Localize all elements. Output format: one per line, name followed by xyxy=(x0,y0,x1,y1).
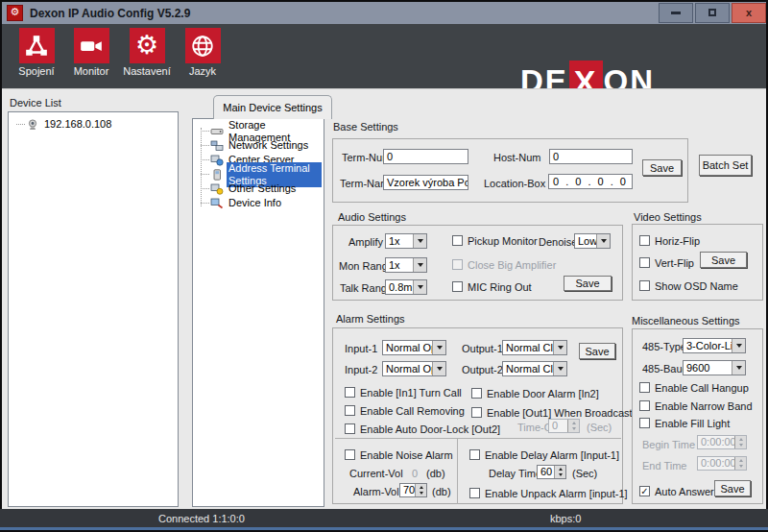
toolbar-button-nastaveni[interactable]: ⚙ Nastavení xyxy=(117,28,177,77)
output1-dropdown[interactable]: Normal Close xyxy=(502,340,567,355)
end-time-label: End Time xyxy=(642,460,686,472)
chevron-down-icon xyxy=(553,341,566,354)
amplify-dropdown[interactable]: 1x xyxy=(385,233,427,249)
delay-time-unit: (Sec) xyxy=(572,468,597,479)
term-num-field[interactable]: 0 xyxy=(383,149,468,164)
enable-out1-broadcast-checkbox[interactable]: Enable [Out1] When Broadcast xyxy=(471,406,633,419)
device-ip-label: 192.168.0.108 xyxy=(42,118,113,131)
window-title: Dexon IP Audio Config V5.2.9 xyxy=(30,7,190,20)
enable-fill-light-checkbox[interactable]: Enable Fill Light xyxy=(639,417,730,429)
enable-call-hangup-checkbox[interactable]: Enable Call Hangup xyxy=(639,381,749,394)
auto-answer-checkbox[interactable]: ✓ Auto Answer xyxy=(639,485,714,497)
checkbox-box xyxy=(469,488,480,498)
device-info-icon xyxy=(210,198,224,209)
toolbar-button-monitor[interactable]: Monitor xyxy=(61,28,121,77)
horiz-flip-checkbox[interactable]: Horiz-Flip xyxy=(639,234,700,247)
alarm-vol-label: Alarm-Vol xyxy=(353,486,399,497)
485-baud-dropdown[interactable]: 9600 xyxy=(683,360,746,375)
spinner-arrows-icon[interactable] xyxy=(415,484,426,496)
input2-dropdown[interactable]: Normal Open xyxy=(382,361,446,376)
enable-narrow-band-checkbox[interactable]: Enable Narrow Band xyxy=(639,399,753,412)
enable-noise-alarm-checkbox[interactable]: Enable Noise Alarm xyxy=(345,448,453,461)
checkbox-box xyxy=(639,257,650,268)
maximize-button[interactable] xyxy=(695,3,730,23)
tree-item-other-settings[interactable]: Other Settings xyxy=(198,181,322,196)
batch-set-button[interactable]: Batch Set xyxy=(699,155,752,176)
spinner-arrows-icon xyxy=(734,457,746,470)
enable-door-alarm-checkbox[interactable]: Enable Door Alarm [In2] xyxy=(471,387,599,399)
settings-tree: Storage Management Network Settings Cent… xyxy=(198,124,322,210)
connection-status: Connected 1:1:0:0 xyxy=(158,513,245,524)
amplify-label: Amplify xyxy=(348,236,383,248)
host-num-field[interactable]: 0 xyxy=(549,149,633,164)
enable-in1-turn-call-checkbox[interactable]: Enable [In1] Turn Call xyxy=(345,386,462,399)
alarm-vol-unit: (db) xyxy=(432,486,451,497)
app-icon: ⚙ xyxy=(7,5,23,21)
show-osd-name-checkbox[interactable]: Show OSD Name xyxy=(639,279,738,292)
title-bar: ⚙ Dexon IP Audio Config V5.2.9 x xyxy=(2,2,766,24)
kbps-status: kbps:0 xyxy=(550,513,581,524)
host-num-label: Host-Num xyxy=(493,152,541,163)
spinner-arrows-icon[interactable] xyxy=(554,466,565,478)
window-bottom-edge xyxy=(0,527,768,530)
toolbar-button-spojeni[interactable]: Spojení xyxy=(7,28,66,77)
spinner-arrows-icon xyxy=(734,436,746,448)
webcam-icon xyxy=(26,119,39,131)
checkbox-box xyxy=(345,405,355,416)
pickup-monitor-checkbox[interactable]: Pickup Monitor xyxy=(452,234,538,247)
enable-call-removing-checkbox[interactable]: Enable Call Removing xyxy=(345,404,465,417)
app-window: ⚙ Dexon IP Audio Config V5.2.9 x Spojení… xyxy=(0,0,768,532)
denoise-label: Denoise xyxy=(539,236,577,248)
denoise-dropdown[interactable]: Low xyxy=(574,233,611,249)
485-type-dropdown[interactable]: 3-Color-Light xyxy=(683,338,746,353)
camera-icon xyxy=(74,28,109,63)
tab-main-device-settings[interactable]: Main Device Settings xyxy=(213,95,332,119)
alarm-settings-title: Alarm Settings xyxy=(336,313,405,325)
video-settings-group: Horiz-Flip Vert-Flip Save Show OSD Name xyxy=(632,224,763,301)
misc-settings-title: Miscellaneous Settings xyxy=(632,315,740,326)
delay-time-spinner[interactable]: 60 xyxy=(537,465,566,479)
video-save-button[interactable]: Save xyxy=(700,252,747,268)
close-button[interactable]: x xyxy=(732,3,766,23)
mon-range-dropdown[interactable]: 1x xyxy=(385,257,427,273)
485-type-label: 485-Type xyxy=(642,341,686,352)
location-box-ip-field[interactable]: 0 . 0 . 0 . 0 xyxy=(548,174,633,189)
base-save-button[interactable]: Save xyxy=(642,159,682,176)
current-vol-unit: (db) xyxy=(426,468,445,479)
mic-ring-out-checkbox[interactable]: MIC Ring Out xyxy=(452,280,532,293)
minimize-button[interactable] xyxy=(659,3,693,23)
enable-unpack-alarm-checkbox[interactable]: Enable Unpack Alarm [input-1] xyxy=(469,487,628,499)
toolbar-button-label: Nastavení xyxy=(117,65,177,77)
alarm-vol-spinner[interactable]: 70 xyxy=(399,483,427,497)
tree-item-storage-management[interactable]: Storage Management xyxy=(198,124,322,138)
gear-glyph: ⚙ xyxy=(135,33,158,59)
tree-item-device-info[interactable]: Device Info xyxy=(198,196,322,210)
base-settings-title: Base Settings xyxy=(333,121,398,133)
chevron-down-icon xyxy=(732,361,745,375)
enable-delay-alarm-checkbox[interactable]: Enable Delay Alarm [Input-1] xyxy=(469,448,619,461)
checkbox-box xyxy=(639,235,650,246)
vert-flip-checkbox[interactable]: Vert-Flip xyxy=(639,256,694,269)
chevron-down-icon xyxy=(732,339,745,352)
server-globe-icon xyxy=(210,155,224,166)
device-tree-item[interactable]: 192.168.0.108 xyxy=(13,117,176,132)
checkbox-box xyxy=(452,235,463,246)
tree-item-network-settings[interactable]: Network Settings xyxy=(198,138,322,153)
alarm-save-button[interactable]: Save xyxy=(579,343,615,359)
device-list-label: Device List xyxy=(10,97,61,109)
toolbar-button-jazyk[interactable]: Jazyk xyxy=(173,28,232,77)
checkbox-box xyxy=(345,449,355,460)
audio-save-button[interactable]: Save xyxy=(564,276,612,291)
chevron-down-icon xyxy=(413,258,426,272)
enable-auto-door-lock-checkbox[interactable]: Enable Auto Door-Lock [Out2] xyxy=(345,423,500,435)
input1-dropdown[interactable]: Normal Open xyxy=(382,340,446,355)
talk-range-dropdown[interactable]: 0.8m xyxy=(385,279,427,295)
checkbox-box xyxy=(471,407,482,418)
misc-save-button[interactable]: Save xyxy=(714,480,751,496)
output2-dropdown[interactable]: Normal Close xyxy=(502,361,567,376)
checkbox-box xyxy=(471,388,482,399)
term-name-field[interactable]: Vzorek výroba PoE + a xyxy=(383,175,468,190)
minimize-icon xyxy=(671,12,681,14)
tree-item-address-terminal-settings[interactable]: Address Terminal Settings xyxy=(198,167,322,181)
audio-settings-title: Audio Settings xyxy=(338,211,406,223)
